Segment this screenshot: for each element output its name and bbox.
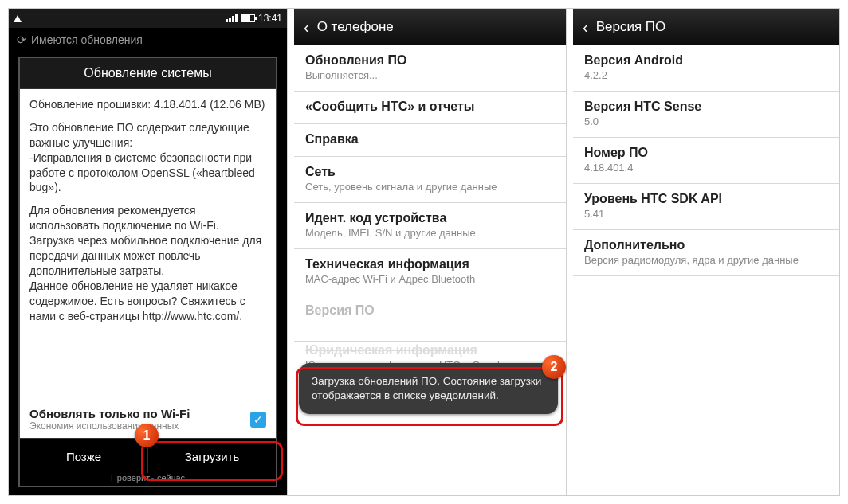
list-item[interactable]: Справка bbox=[294, 124, 566, 157]
list-item[interactable]: Номер ПО 4.18.401.4 bbox=[573, 138, 840, 184]
wifi-only-title: Обновлять только по Wi-Fi bbox=[29, 407, 250, 420]
clock: 13:41 bbox=[258, 13, 282, 24]
wifi-only-sub: Экономия использования данных bbox=[29, 420, 250, 432]
dialog-buttons: Позже Загрузить bbox=[20, 438, 276, 475]
wifi-only-checkbox[interactable]: ✓ bbox=[250, 412, 266, 428]
back-icon[interactable]: ‹ bbox=[304, 19, 309, 35]
download-button[interactable]: Загрузить bbox=[148, 438, 276, 475]
check-now-label: Проверить сейчас bbox=[20, 473, 276, 486]
status-bar: 13:41 bbox=[9, 9, 287, 28]
header-title: Версия ПО bbox=[596, 19, 666, 35]
list-item[interactable]: Сеть Сеть, уровень сигнала и другие данн… bbox=[294, 157, 566, 203]
phone-2: ‹ О телефоне Обновления ПО Выполняется..… bbox=[294, 9, 567, 496]
header-title: О телефоне bbox=[317, 19, 394, 35]
list-item[interactable]: «Сообщить HTC» и отчеты bbox=[294, 92, 566, 124]
battery-icon bbox=[241, 14, 255, 22]
about-list: Обновления ПО Выполняется... «Сообщить H… bbox=[294, 45, 566, 393]
list-item[interactable]: Идент. код устройства Модель, IMEI, S/N … bbox=[294, 203, 566, 249]
wifi-only-row[interactable]: Обновлять только по Wi-Fi Экономия испол… bbox=[20, 400, 276, 438]
phone-3: ‹ Версия ПО Версия Android 4.2.2 Версия … bbox=[573, 9, 840, 496]
dialog-title: Обновление системы bbox=[20, 58, 276, 89]
system-update-dialog: Обновление системы Обновление прошивки: … bbox=[20, 58, 276, 486]
list-item[interactable]: Версия ПО Версия ОС, ПО, оборудования и … bbox=[294, 295, 566, 342]
update-description-1: Это обновление ПО содержит следующие важ… bbox=[29, 120, 266, 195]
back-icon[interactable]: ‹ bbox=[583, 19, 588, 35]
header-version[interactable]: ‹ Версия ПО bbox=[573, 9, 840, 45]
dialog-body: Обновление прошивки: 4.18.401.4 (12.06 M… bbox=[20, 89, 276, 400]
download-toast: Загрузка обновлений ПО. Состояние загруз… bbox=[299, 363, 558, 414]
list-item[interactable]: Версия Android 4.2.2 bbox=[573, 45, 840, 92]
phone-1: 13:41 ⟳ Имеются обновления Обновление си… bbox=[9, 9, 288, 496]
notification-subhead: ⟳ Имеются обновления bbox=[9, 28, 287, 52]
version-list: Версия Android 4.2.2 Версия HTC Sense 5.… bbox=[573, 45, 840, 276]
list-item[interactable]: Версия HTC Sense 5.0 bbox=[573, 92, 840, 138]
firmware-line: Обновление прошивки: 4.18.401.4 (12.06 M… bbox=[29, 97, 266, 112]
list-item[interactable]: Уровень HTC SDK API 5.41 bbox=[573, 184, 840, 230]
later-button[interactable]: Позже bbox=[20, 438, 148, 475]
signal-icon bbox=[226, 14, 238, 22]
notif-icon bbox=[14, 15, 22, 22]
update-description-2: Для обновления рекомендуется использоват… bbox=[29, 203, 266, 323]
list-item[interactable]: Обновления ПО Выполняется... bbox=[294, 45, 566, 92]
header-about[interactable]: ‹ О телефоне bbox=[294, 9, 566, 45]
list-item[interactable]: Техническая информация MAC-адрес Wi-Fi и… bbox=[294, 249, 566, 295]
list-item[interactable]: Дополнительно Версия радиомодуля, ядра и… bbox=[573, 230, 840, 276]
